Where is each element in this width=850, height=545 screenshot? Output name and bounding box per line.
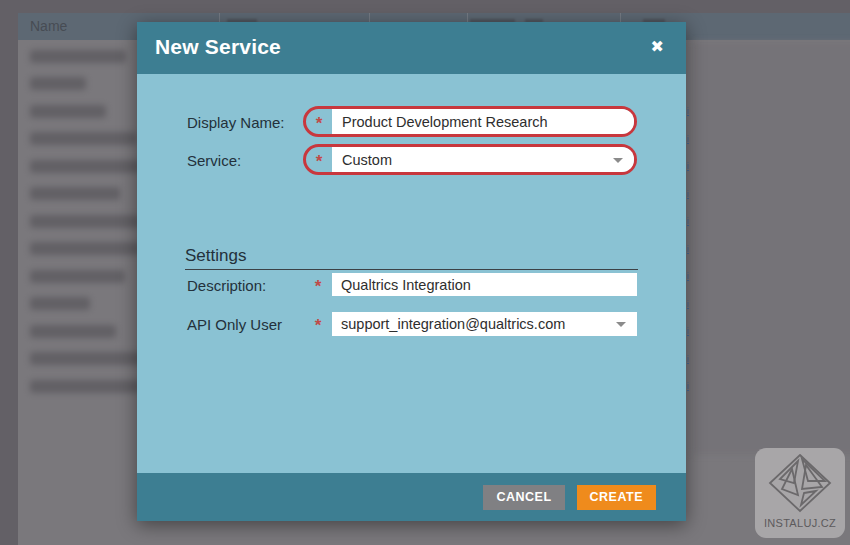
table-row-blurred-name — [30, 352, 142, 365]
table-row-blurred-name — [30, 77, 86, 90]
watermark-text: INSTALUJ.CZ — [764, 517, 836, 529]
blurred-right-column — [692, 42, 850, 454]
api-only-user-selected-value: support_integration@qualtrics.com — [341, 316, 565, 332]
row-edit-link-fragment[interactable]: i — [687, 272, 695, 281]
display-name-field-highlight: * Product Development Research — [303, 106, 637, 137]
row-edit-link-fragment[interactable]: i — [687, 107, 695, 116]
table-row-blurred-name — [30, 50, 126, 63]
table-row-blurred-name — [30, 297, 90, 310]
table-row-blurred-name — [30, 132, 137, 145]
service-label: Service: — [187, 152, 241, 169]
table-row-blurred-name — [30, 160, 140, 173]
description-label: Description: — [187, 277, 266, 294]
instaluj-logo-icon — [768, 454, 832, 514]
create-button[interactable]: CREATE — [577, 485, 656, 510]
row-edit-link-fragment[interactable]: i — [687, 162, 695, 171]
description-input[interactable]: Qualtrics Integration — [332, 273, 637, 296]
settings-section-rule — [185, 269, 638, 270]
new-service-modal: New Service ✖ Display Name: * Product De… — [137, 22, 686, 521]
modal-title: New Service — [155, 35, 281, 59]
table-row-blurred-name — [30, 187, 120, 200]
required-asterisk: * — [306, 150, 332, 170]
watermark-badge: INSTALUJ.CZ — [755, 448, 845, 538]
row-edit-link-fragment[interactable]: i — [687, 190, 695, 199]
chevron-down-icon — [613, 158, 623, 163]
row-edit-link-fragment[interactable]: i — [687, 382, 695, 391]
row-edit-link-fragment[interactable]: i — [687, 245, 695, 254]
modal-header: New Service ✖ — [137, 22, 686, 74]
table-row-blurred-name — [30, 380, 140, 393]
row-edit-link-fragment[interactable]: i — [687, 355, 695, 364]
settings-section-title: Settings — [185, 246, 246, 266]
service-selected-value: Custom — [342, 152, 392, 168]
table-row-blurred-name — [30, 215, 140, 228]
row-edit-link-fragment[interactable]: i — [687, 217, 695, 226]
column-header-name: Name — [30, 13, 67, 40]
modal-footer: CANCEL CREATE — [137, 473, 686, 521]
row-edit-link-fragment[interactable]: i — [687, 300, 695, 309]
display-name-input[interactable]: Product Development Research — [332, 109, 634, 134]
table-row-blurred-name — [30, 242, 140, 255]
service-select[interactable]: Custom — [332, 147, 634, 172]
required-asterisk: * — [310, 276, 326, 295]
required-asterisk: * — [306, 112, 332, 132]
api-only-user-select[interactable]: support_integration@qualtrics.com — [332, 312, 637, 336]
required-asterisk: * — [310, 315, 326, 334]
table-row-blurred-name — [30, 325, 116, 338]
table-row-blurred-name — [30, 105, 106, 118]
chevron-down-icon — [616, 322, 626, 327]
row-edit-link-fragment[interactable]: i — [687, 327, 695, 336]
modal-body: Display Name: * Product Development Rese… — [137, 74, 686, 473]
display-name-label: Display Name: — [187, 114, 285, 131]
service-field-highlight: * Custom — [303, 144, 637, 175]
cancel-button[interactable]: CANCEL — [483, 485, 564, 510]
table-row-blurred-name — [30, 270, 125, 283]
api-only-user-label: API Only User — [187, 316, 282, 333]
row-edit-link-fragment[interactable]: i — [687, 135, 695, 144]
close-icon[interactable]: ✖ — [651, 37, 664, 57]
